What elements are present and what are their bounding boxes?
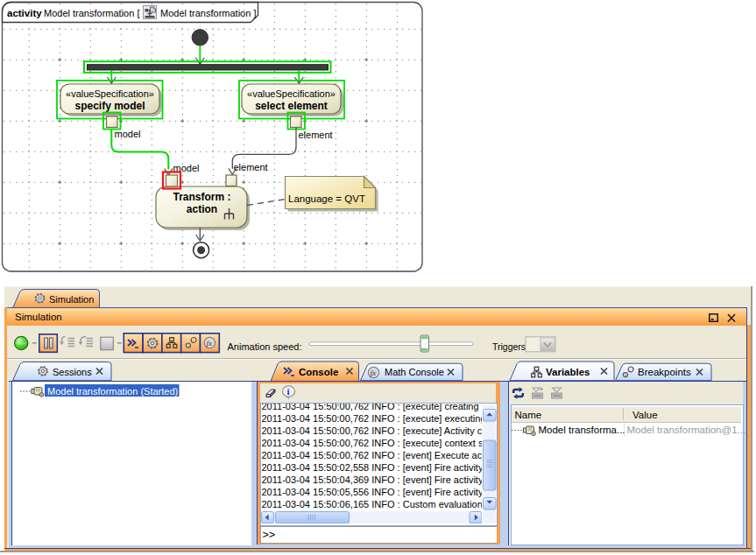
svg-text:Animation speed:: Animation speed: xyxy=(228,341,302,352)
svg-text:Language = QVT: Language = QVT xyxy=(288,193,365,204)
svg-text:model: model xyxy=(115,129,141,139)
svg-text:Math Console: Math Console xyxy=(385,367,444,377)
svg-text:specify model: specify model xyxy=(74,100,145,112)
svg-text:«valueSpecification»: «valueSpecification» xyxy=(66,88,154,99)
svg-text:action: action xyxy=(187,203,217,215)
svg-text:element: element xyxy=(299,130,333,140)
svg-text:Model transformation ]: Model transformation ] xyxy=(160,8,256,18)
svg-text:«valueSpecification»: «valueSpecification» xyxy=(247,88,336,99)
svg-text:activity: activity xyxy=(7,8,42,18)
svg-text:Simulation: Simulation xyxy=(49,293,94,304)
svg-text:Variables: Variables xyxy=(546,367,590,377)
svg-text:Model transformation [: Model transformation [ xyxy=(44,8,139,18)
svg-text:Triggers:: Triggers: xyxy=(492,341,528,352)
svg-text:Console: Console xyxy=(299,367,338,377)
svg-text:Sessions: Sessions xyxy=(53,367,92,377)
svg-text:select element: select element xyxy=(255,100,328,112)
svg-text:Transform :: Transform : xyxy=(173,191,230,203)
svg-text:Breakpoints: Breakpoints xyxy=(638,367,691,377)
svg-text:Model transformation (Started): Model transformation (Started) xyxy=(47,386,178,397)
svg-text:element: element xyxy=(234,162,268,172)
